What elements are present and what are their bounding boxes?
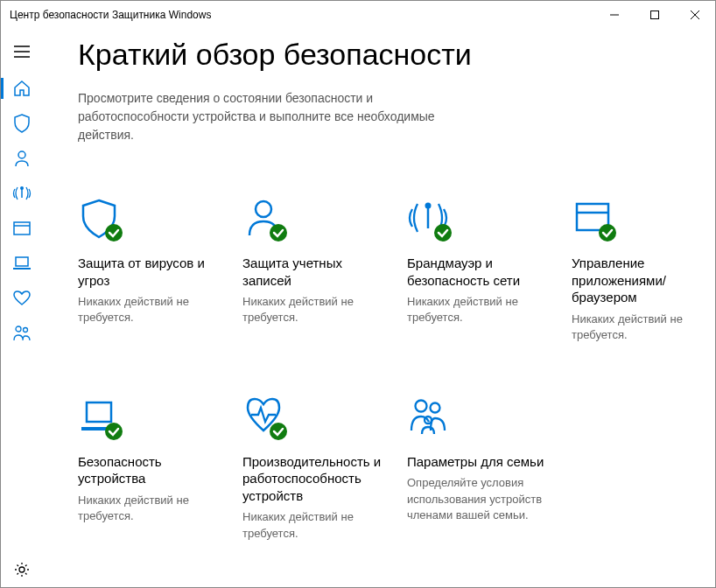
card-title: Производительность и работоспособность у… bbox=[242, 453, 391, 505]
card-title: Безопасность устройства bbox=[78, 453, 227, 487]
check-badge-icon bbox=[269, 223, 288, 242]
nav-home[interactable] bbox=[1, 71, 43, 106]
check-badge-icon bbox=[598, 223, 617, 242]
network-icon bbox=[12, 185, 32, 202]
nav-settings[interactable] bbox=[1, 552, 43, 587]
family-icon bbox=[12, 325, 32, 342]
laptop-icon bbox=[12, 256, 32, 270]
svg-point-23 bbox=[431, 402, 440, 412]
browser-icon bbox=[13, 221, 31, 235]
minimize-button[interactable] bbox=[594, 1, 635, 29]
home-icon bbox=[13, 80, 31, 97]
card-status: Определяйте условия использования устрой… bbox=[407, 475, 556, 523]
svg-point-14 bbox=[425, 203, 432, 209]
card-title: Параметры для семьи bbox=[407, 453, 556, 471]
svg-point-8 bbox=[24, 328, 28, 332]
svg-point-10 bbox=[105, 224, 123, 242]
card-status: Никаких действий не требуется. bbox=[78, 294, 227, 326]
svg-rect-19 bbox=[87, 402, 111, 422]
nav-device-security[interactable] bbox=[1, 246, 43, 281]
svg-point-7 bbox=[16, 326, 21, 332]
card-family[interactable]: Параметры для семьи Определяйте условия … bbox=[407, 396, 556, 542]
security-cards: Защита от вирусов и угроз Никаких действ… bbox=[78, 197, 698, 542]
card-firewall[interactable]: Брандмауэр и безопасность сети Никаких д… bbox=[407, 197, 556, 343]
svg-point-3 bbox=[20, 186, 24, 190]
svg-point-11 bbox=[256, 201, 271, 217]
card-status: Никаких действий не требуется. bbox=[78, 493, 227, 524]
nav-menu-button[interactable] bbox=[1, 32, 43, 71]
shield-icon bbox=[13, 114, 31, 133]
nav-performance[interactable] bbox=[1, 281, 43, 316]
card-device-security[interactable]: Безопасность устройства Никаких действий… bbox=[78, 396, 227, 542]
nav-virus-protection[interactable] bbox=[1, 106, 43, 141]
gear-icon bbox=[14, 562, 30, 578]
page-subtitle: Просмотрите сведения о состоянии безопас… bbox=[78, 89, 463, 144]
window-title: Центр безопасности Защитника Windows bbox=[10, 9, 211, 21]
card-title: Защита от вирусов и угроз bbox=[78, 255, 227, 289]
card-status: Никаких действий не требуется. bbox=[407, 294, 556, 326]
check-badge-icon bbox=[433, 223, 453, 242]
card-performance[interactable]: Производительность и работоспособность у… bbox=[242, 396, 391, 542]
card-status: Никаких действий не требуется. bbox=[572, 312, 715, 343]
main-content: Краткий обзор безопасности Просмотрите с… bbox=[43, 29, 715, 587]
heart-icon bbox=[12, 290, 32, 306]
svg-point-18 bbox=[599, 224, 616, 242]
svg-point-12 bbox=[270, 224, 287, 242]
check-badge-icon bbox=[104, 223, 123, 242]
nav-family[interactable] bbox=[1, 316, 43, 351]
family-icon bbox=[407, 396, 449, 438]
hamburger-icon bbox=[14, 46, 30, 58]
svg-rect-4 bbox=[14, 222, 30, 234]
card-title: Управление приложениями/браузером bbox=[572, 255, 715, 306]
svg-point-15 bbox=[434, 224, 452, 242]
check-badge-icon bbox=[269, 422, 288, 441]
sidebar bbox=[1, 29, 43, 587]
svg-rect-6 bbox=[16, 257, 28, 266]
svg-point-1 bbox=[18, 151, 25, 158]
card-title: Брандмауэр и безопасность сети bbox=[407, 255, 556, 289]
close-icon bbox=[691, 10, 699, 19]
maximize-button[interactable] bbox=[635, 1, 675, 29]
svg-rect-0 bbox=[651, 11, 659, 19]
svg-point-20 bbox=[105, 423, 123, 440]
nav-app-browser[interactable] bbox=[1, 211, 43, 246]
nav-account-protection[interactable] bbox=[1, 141, 43, 176]
maximize-icon bbox=[650, 10, 659, 19]
minimize-icon bbox=[610, 10, 619, 19]
nav-firewall[interactable] bbox=[1, 176, 43, 211]
card-title: Защита учетных записей bbox=[242, 255, 391, 289]
page-title: Краткий обзор безопасности bbox=[78, 38, 698, 72]
svg-point-22 bbox=[416, 400, 427, 411]
close-button[interactable] bbox=[675, 1, 715, 29]
person-icon bbox=[14, 150, 30, 167]
card-app-browser[interactable]: Управление приложениями/браузером Никаки… bbox=[572, 197, 715, 343]
card-account-protection[interactable]: Защита учетных записей Никаких действий … bbox=[242, 197, 391, 343]
svg-point-9 bbox=[19, 567, 25, 572]
title-bar: Центр безопасности Защитника Windows bbox=[1, 1, 715, 29]
card-status: Никаких действий не требуется. bbox=[242, 294, 391, 326]
card-status: Никаких действий не требуется. bbox=[242, 509, 391, 541]
check-badge-icon bbox=[104, 422, 123, 441]
svg-point-21 bbox=[270, 423, 287, 440]
card-virus-protection[interactable]: Защита от вирусов и угроз Никаких действ… bbox=[78, 197, 227, 343]
